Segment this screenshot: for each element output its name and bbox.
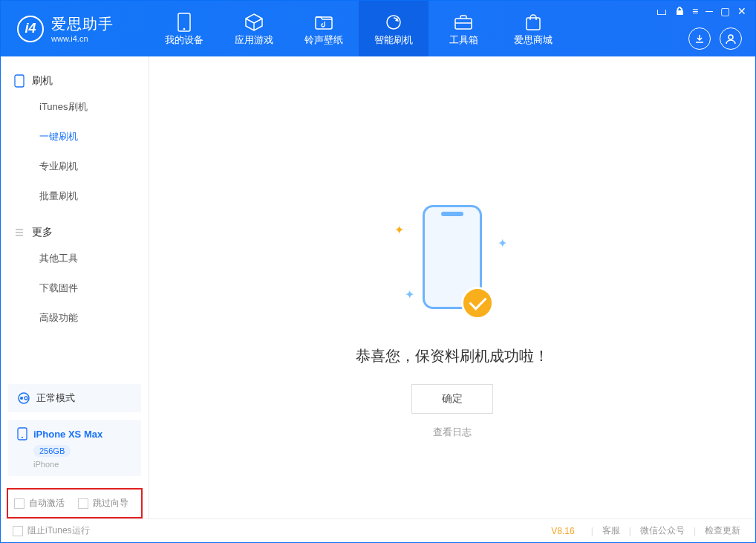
skip-guide-checkbox[interactable]: 跳过向导 <box>78 497 128 510</box>
user-button[interactable] <box>720 27 742 50</box>
svg-line-3 <box>246 19 254 23</box>
cube-icon <box>244 13 264 32</box>
list-icon <box>14 227 25 238</box>
menu-icon[interactable]: ≡ <box>692 5 698 17</box>
main-content: ✦ ✦ ✦ 恭喜您，保资料刷机成功啦！ 确定 查看日志 <box>149 56 755 518</box>
svg-line-4 <box>254 19 262 23</box>
header: i4 爱思助手 www.i4.cn 我的设备 应用游戏 铃声壁纸 智能刷机 <box>1 1 755 56</box>
success-illustration: ✦ ✦ ✦ <box>378 205 527 324</box>
tab-store[interactable]: 爱思商城 <box>498 1 568 56</box>
device-card[interactable]: iPhone XS Max 256GB iPhone <box>8 420 141 476</box>
sync-icon <box>384 13 403 32</box>
sidebar-group-more: 更多 <box>1 221 149 244</box>
phone-icon <box>177 13 191 32</box>
svg-point-1 <box>183 27 186 30</box>
body: 刷机 iTunes刷机 一键刷机 专业刷机 批量刷机 更多 其他工具 下载固件 … <box>1 56 755 518</box>
maximize-button[interactable]: ▢ <box>720 5 730 17</box>
app-window: i4 爱思助手 www.i4.cn 我的设备 应用游戏 铃声壁纸 智能刷机 <box>0 0 756 543</box>
logo-area: i4 爱思助手 www.i4.cn <box>1 14 149 43</box>
tab-ringtones[interactable]: 铃声壁纸 <box>289 1 359 56</box>
close-button[interactable]: ✕ <box>737 5 746 17</box>
minimize-button[interactable]: ─ <box>706 5 713 17</box>
nav-tabs: 我的设备 应用游戏 铃声壁纸 智能刷机 工具箱 爱思商城 <box>149 1 568 56</box>
sidebar: 刷机 iTunes刷机 一键刷机 专业刷机 批量刷机 更多 其他工具 下载固件 … <box>1 56 149 518</box>
success-message: 恭喜您，保资料刷机成功啦！ <box>356 346 549 366</box>
tab-toolbox[interactable]: 工具箱 <box>428 1 498 56</box>
svg-point-7 <box>387 16 400 29</box>
svg-point-20 <box>25 397 27 400</box>
confirm-button[interactable]: 确定 <box>411 384 493 414</box>
svg-rect-11 <box>527 18 540 30</box>
device-mode[interactable]: 正常模式 <box>8 384 141 412</box>
phone-small-icon <box>17 427 27 440</box>
bag-icon <box>524 13 543 31</box>
briefcase-icon <box>454 14 473 30</box>
sparkle-icon: ✦ <box>394 223 404 237</box>
brand-name: 爱思助手 <box>51 14 114 34</box>
brand-url: www.i4.cn <box>51 34 114 43</box>
sidebar-item-itunes-flash[interactable]: iTunes刷机 <box>1 92 149 122</box>
block-itunes-checkbox[interactable]: 阻止iTunes运行 <box>13 524 90 537</box>
svg-rect-14 <box>15 75 24 87</box>
options-row: 自动激活 跳过向导 <box>7 488 143 518</box>
footer-link-support[interactable]: 客服 <box>599 524 623 537</box>
svg-point-19 <box>20 397 23 400</box>
device-type: iPhone <box>33 460 132 469</box>
sidebar-group-flash: 刷机 <box>1 70 149 92</box>
svg-rect-9 <box>455 19 472 29</box>
svg-point-13 <box>729 35 733 39</box>
sidebar-item-download-firmware[interactable]: 下载固件 <box>1 273 149 303</box>
device-icon <box>14 74 25 88</box>
sidebar-item-oneclick-flash[interactable]: 一键刷机 <box>1 122 149 152</box>
auto-activate-checkbox[interactable]: 自动激活 <box>14 497 65 510</box>
sparkle-icon: ✦ <box>405 287 414 302</box>
device-block: 正常模式 iPhone XS Max 256GB iPhone <box>1 384 149 484</box>
sidebar-item-other-tools[interactable]: 其他工具 <box>1 244 149 273</box>
music-folder-icon <box>314 14 333 30</box>
footer-link-update[interactable]: 检查更新 <box>702 524 743 537</box>
version-label: V8.16 <box>551 526 574 536</box>
logo-icon: i4 <box>17 16 44 42</box>
footer-link-wechat[interactable]: 微信公众号 <box>637 524 688 537</box>
view-log-link[interactable]: 查看日志 <box>433 426 472 439</box>
tshirt-icon[interactable]: ⌴ <box>656 5 667 17</box>
sidebar-item-batch-flash[interactable]: 批量刷机 <box>1 181 149 211</box>
download-button[interactable] <box>688 27 711 50</box>
tab-my-device[interactable]: 我的设备 <box>149 1 219 56</box>
window-controls: ⌴ 🔒︎ ≡ ─ ▢ ✕ <box>656 1 746 17</box>
mode-icon <box>17 391 30 405</box>
tab-flash[interactable]: 智能刷机 <box>359 1 428 56</box>
footer: 阻止iTunes运行 V8.16 | 客服 | 微信公众号 | 检查更新 <box>1 518 755 542</box>
sparkle-icon: ✦ <box>498 236 507 250</box>
lock-icon[interactable]: 🔒︎ <box>674 5 685 17</box>
storage-badge: 256GB <box>33 445 71 457</box>
check-icon <box>461 287 494 319</box>
sidebar-item-pro-flash[interactable]: 专业刷机 <box>1 152 149 181</box>
tab-apps[interactable]: 应用游戏 <box>219 1 289 56</box>
sidebar-item-advanced[interactable]: 高级功能 <box>1 303 149 333</box>
svg-point-22 <box>22 437 23 438</box>
